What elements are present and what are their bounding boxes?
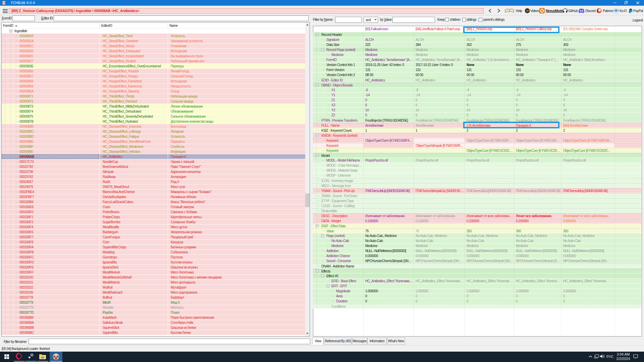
svg-text:GP: GP	[526, 10, 529, 12]
